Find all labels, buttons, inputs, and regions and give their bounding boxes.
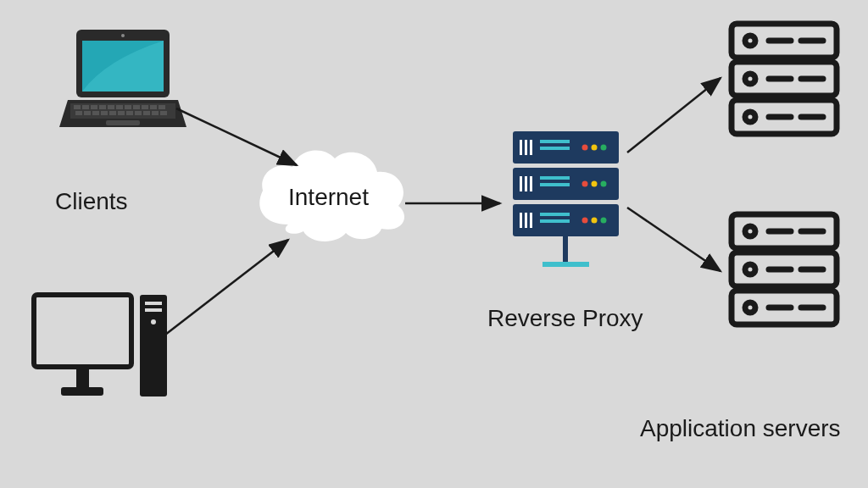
arrow-proxy-server1: [627, 78, 721, 152]
arrow-proxy-server2: [627, 208, 721, 271]
internet-label: Internet: [288, 184, 369, 211]
arrow-laptop-cloud: [176, 108, 297, 165]
arrow-desktop-cloud: [165, 240, 288, 335]
application-servers-label: Application servers: [640, 415, 841, 442]
reverse-proxy-label: Reverse Proxy: [487, 305, 643, 332]
clients-label: Clients: [55, 188, 128, 215]
